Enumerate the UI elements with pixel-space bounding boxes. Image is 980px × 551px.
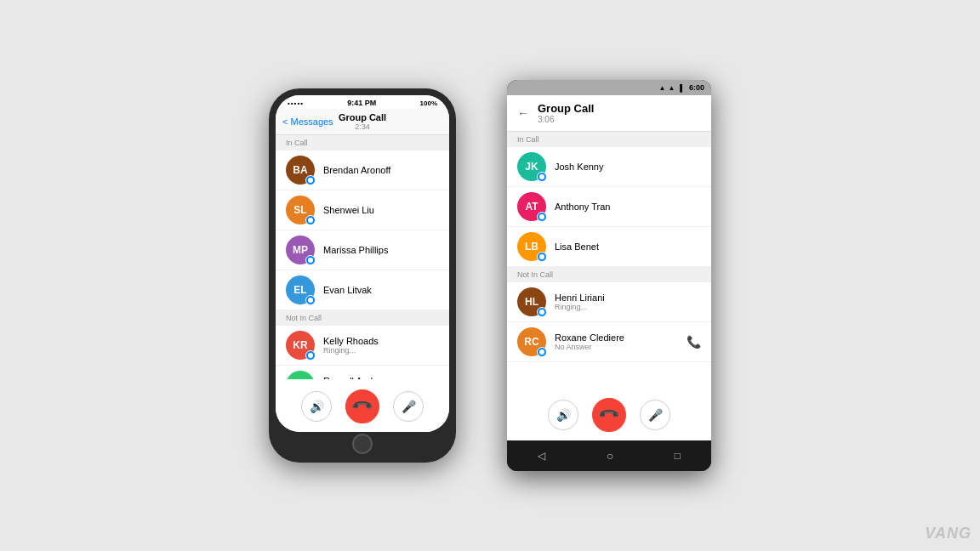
messenger-badge-shenwei bbox=[305, 215, 316, 225]
contact-info-evan: Evan Litvak bbox=[323, 285, 439, 295]
contact-info-roxane: Roxane Clediere No Answer bbox=[555, 332, 678, 351]
android-call-list: In Call JK Josh Kenny AT Anthony Tran bbox=[507, 132, 711, 388]
contact-name-roxane: Roxane Clediere bbox=[555, 332, 678, 343]
iphone-call-list: In Call BA Brendan Aronoff SL Shenwei Li… bbox=[276, 135, 449, 379]
contact-sub-roxane: No Answer bbox=[555, 343, 678, 351]
messenger-badge-evan bbox=[305, 295, 316, 305]
iphone-signal: ••••• bbox=[288, 99, 304, 107]
contact-info-marissa: Marissa Phillips bbox=[323, 245, 439, 255]
iphone-end-call-button[interactable]: 📞 bbox=[339, 383, 387, 431]
iphone-speaker-button[interactable]: 🔊 bbox=[301, 391, 332, 422]
iphone-contact-shenwei: SL Shenwei Liu bbox=[276, 190, 449, 230]
contact-info-josh: Josh Kenny bbox=[555, 162, 701, 172]
avatar-russell: RA bbox=[286, 371, 315, 379]
contact-info-henri: Henri Liriani Ringing... bbox=[555, 293, 701, 311]
android-status-bar: ▲ ▲ ▐ 6:00 bbox=[507, 80, 711, 95]
android-recents-nav-icon[interactable]: □ bbox=[675, 450, 681, 462]
contact-info-lisa: Lisa Benet bbox=[555, 241, 701, 252]
android-device: ▲ ▲ ▐ 6:00 ← Group Call 3:06 In Call JK bbox=[507, 80, 711, 471]
messenger-badge-henri bbox=[537, 307, 547, 317]
iphone-home-button[interactable] bbox=[352, 434, 373, 454]
android-nav-bar: ← Group Call 3:06 bbox=[507, 95, 711, 132]
ios-nav-bar: < Messages Group Call 2:34 bbox=[276, 109, 449, 135]
android-not-in-call-header: Not In Call bbox=[507, 267, 711, 282]
android-nav-text: Group Call 3:06 bbox=[538, 102, 594, 124]
contact-name-kelly: Kelly Rhoads bbox=[323, 336, 439, 346]
contact-name-henri: Henri Liriani bbox=[555, 293, 701, 303]
messenger-badge-josh bbox=[537, 172, 547, 182]
iphone-call-controls: 🔊 📞 🎤 bbox=[276, 379, 449, 432]
android-bottom-nav: ◁ ○ □ bbox=[507, 440, 711, 471]
contact-info-brendan: Brendan Aronoff bbox=[323, 165, 439, 175]
avatar-wrap-henri: HL bbox=[517, 287, 546, 316]
android-contact-lisa: LB Lisa Benet bbox=[507, 227, 711, 267]
messenger-badge-kelly bbox=[305, 350, 316, 361]
iphone-contact-kelly: KR Kelly Rhoads Ringing... bbox=[276, 326, 449, 366]
android-back-nav-icon[interactable]: ◁ bbox=[538, 450, 545, 462]
android-call-controls: 🔊 📞 🎤 bbox=[507, 388, 711, 440]
iphone-home-area bbox=[276, 432, 449, 456]
android-screen: ← Group Call 3:06 In Call JK Josh Kenny bbox=[507, 95, 711, 440]
avatar-wrap-lisa: LB bbox=[517, 232, 546, 261]
ios-back-button[interactable]: < Messages bbox=[282, 116, 333, 127]
contact-info-anthony: Anthony Tran bbox=[555, 202, 701, 212]
contact-name-shenwei: Shenwei Liu bbox=[323, 205, 439, 215]
android-contact-henri: HL Henri Liriani Ringing... bbox=[507, 282, 711, 322]
iphone-device: ••••• 9:41 PM 100% < Messages Group Call… bbox=[269, 88, 456, 463]
avatar-wrap-marissa: MP bbox=[286, 236, 315, 264]
iphone-not-in-call-header: Not In Call bbox=[276, 310, 449, 326]
contact-info-russell: Russell Andrews Ringing... bbox=[323, 376, 439, 379]
contact-name-brendan: Brendan Aronoff bbox=[323, 165, 439, 175]
iphone-contact-brendan: BA Brendan Aronoff bbox=[276, 151, 449, 190]
iphone-status-bar: ••••• 9:41 PM 100% bbox=[276, 95, 449, 109]
avatar-wrap-kelly: KR bbox=[286, 331, 315, 360]
contact-name-lisa: Lisa Benet bbox=[555, 241, 701, 252]
messenger-badge-brendan bbox=[305, 175, 316, 185]
android-signal-icon: ▲ bbox=[658, 84, 665, 92]
contact-name-anthony: Anthony Tran bbox=[555, 202, 701, 212]
iphone-contact-marissa: MP Marissa Phillips bbox=[276, 230, 449, 270]
android-contact-josh: JK Josh Kenny bbox=[507, 147, 711, 187]
contact-sub-kelly: Ringing... bbox=[323, 346, 439, 355]
messenger-badge-marissa bbox=[305, 255, 316, 265]
watermark: VANG bbox=[925, 525, 971, 542]
android-back-button[interactable]: ← bbox=[517, 106, 529, 120]
iphone-contact-evan: EL Evan Litvak bbox=[276, 270, 449, 310]
android-nav-title: Group Call bbox=[538, 102, 594, 115]
avatar-wrap-josh: JK bbox=[517, 152, 546, 181]
iphone-in-call-header: In Call bbox=[276, 135, 449, 151]
messenger-badge-anthony bbox=[537, 212, 547, 222]
contact-sub-henri: Ringing... bbox=[555, 303, 701, 311]
iphone-time: 9:41 PM bbox=[347, 99, 376, 107]
avatar-wrap-brendan: BA bbox=[286, 156, 315, 185]
android-contact-anthony: AT Anthony Tran bbox=[507, 187, 711, 227]
android-battery-icon: ▐ bbox=[677, 84, 682, 92]
android-status-icons: ▲ ▲ ▐ bbox=[658, 84, 682, 92]
iphone-battery: 100% bbox=[420, 99, 437, 107]
contact-info-kelly: Kelly Rhoads Ringing... bbox=[323, 336, 439, 355]
iphone-mic-button[interactable]: 🎤 bbox=[393, 391, 424, 422]
android-mic-button[interactable]: 🎤 bbox=[640, 400, 670, 430]
android-speaker-button[interactable]: 🔊 bbox=[548, 400, 578, 430]
contact-name-marissa: Marissa Phillips bbox=[323, 245, 439, 255]
avatar-wrap-anthony: AT bbox=[517, 192, 546, 221]
messenger-badge-lisa bbox=[537, 252, 547, 262]
contact-info-shenwei: Shenwei Liu bbox=[323, 205, 439, 215]
android-wifi-icon: ▲ bbox=[668, 84, 675, 92]
android-contact-roxane: RC Roxane Clediere No Answer 📞 bbox=[507, 322, 711, 362]
avatar-wrap-evan: EL bbox=[286, 276, 315, 304]
contact-name-evan: Evan Litvak bbox=[323, 285, 439, 295]
iphone-screen: ••••• 9:41 PM 100% < Messages Group Call… bbox=[276, 95, 449, 432]
android-nav-subtitle: 3:06 bbox=[538, 115, 594, 124]
ios-back-label: < Messages bbox=[282, 116, 333, 127]
android-time: 6:00 bbox=[689, 83, 704, 92]
avatar-wrap-roxane: RC bbox=[517, 327, 546, 356]
contact-name-russell: Russell Andrews bbox=[323, 376, 439, 379]
iphone-contact-russell: RA Russell Andrews Ringing... bbox=[276, 366, 449, 379]
avatar-wrap-shenwei: SL bbox=[286, 196, 315, 224]
messenger-badge-roxane bbox=[537, 347, 547, 357]
call-back-icon-roxane[interactable]: 📞 bbox=[687, 335, 701, 349]
android-end-call-button[interactable]: 📞 bbox=[585, 391, 634, 440]
android-in-call-header: In Call bbox=[507, 132, 711, 147]
android-home-nav-icon[interactable]: ○ bbox=[607, 449, 613, 463]
